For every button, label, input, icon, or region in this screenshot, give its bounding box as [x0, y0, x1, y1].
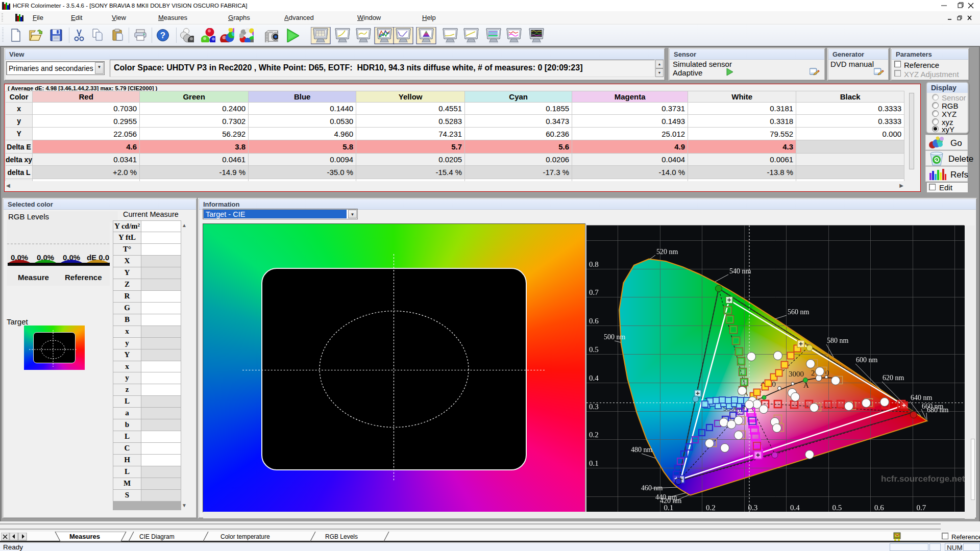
svg-text:?: ? [160, 31, 165, 40]
svg-text:Color temperature: Color temperature [220, 533, 270, 540]
svg-text:CIE Diagram: CIE Diagram [139, 533, 175, 540]
svg-text:RGB Levels: RGB Levels [325, 533, 358, 540]
svg-text:Measure: Measure [18, 273, 49, 282]
svg-text:Measures: Measures [69, 533, 100, 540]
svg-text:Reference: Reference [65, 273, 102, 282]
